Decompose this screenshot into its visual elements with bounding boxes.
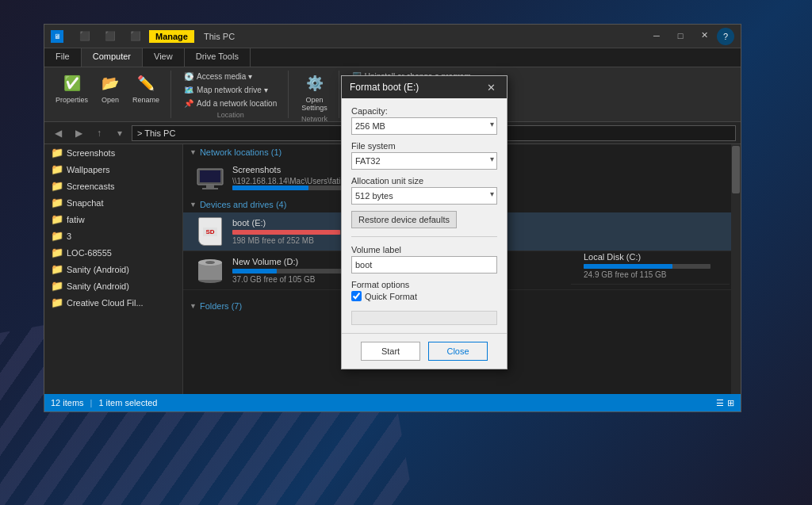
ribbon-tabs: File Computer View Drive Tools (44, 48, 741, 67)
drive-item-local-disk[interactable]: Local Disk (C:) 24.9 GB free of 115 GB (571, 247, 730, 285)
folder-icon: 📁 (51, 180, 63, 192)
selected-count: 1 item selected (98, 398, 157, 407)
quick-format-checkbox[interactable] (351, 291, 362, 301)
up-button[interactable]: ↑ (90, 125, 108, 141)
map-network-icon: 🗺️ (184, 86, 193, 94)
filesystem-select[interactable]: FAT32 (351, 152, 497, 170)
quick-format-row: Quick Format (351, 291, 497, 301)
progress-bar (351, 311, 497, 325)
quick-access-tab-1[interactable]: ⬛ (73, 29, 97, 43)
volume-label-input[interactable] (351, 256, 497, 274)
minimize-button[interactable]: ─ (645, 28, 668, 44)
folder-icon: 📁 (51, 197, 63, 209)
start-button[interactable]: Start (361, 342, 420, 361)
dialog-divider (351, 236, 497, 237)
manage-tab[interactable]: Manage (149, 30, 194, 43)
close-button[interactable]: ✕ (693, 28, 715, 44)
dialog-footer: Start Close (342, 333, 507, 369)
help-button[interactable]: ? (717, 28, 734, 45)
sidebar-item-creative-cloud[interactable]: 📁 Creative Cloud Fil... (44, 294, 182, 311)
sidebar-item-sanity2[interactable]: 📁 Sanity (Android) (44, 277, 182, 294)
window-icon: 🖥 (51, 30, 63, 43)
alloc-section: Allocation unit size 512 bytes (351, 176, 497, 205)
details-view-icon[interactable]: ☰ (716, 398, 724, 408)
folder-icon: 📁 (51, 147, 63, 159)
ribbon-item-open-settings[interactable]: ⚙️ OpenSettings (298, 71, 331, 113)
ribbon-item-open[interactable]: 📂 Open (94, 71, 126, 105)
sidebar-item-snapchat[interactable]: 📁 Snapchat (44, 194, 182, 211)
item-count: 12 items (51, 398, 84, 407)
recent-button[interactable]: ▾ (111, 125, 128, 141)
folder-icon: 📁 (51, 213, 63, 225)
ribbon-group-location: 💽 Access media ▾ 🗺️ Map network drive ▾ … (178, 71, 289, 118)
sidebar-item-fatiw[interactable]: 📁 fatiw (44, 211, 182, 228)
alloc-label: Allocation unit size (351, 176, 497, 186)
svg-rect-1 (200, 170, 220, 182)
chevron-icon: ▼ (190, 201, 197, 209)
filesystem-section: File system FAT32 (351, 141, 497, 170)
ribbon-item-rename[interactable]: ✏️ Rename (129, 71, 163, 105)
drive-icon-d (196, 256, 224, 285)
volume-label-section: Volume label (351, 245, 497, 274)
alloc-select[interactable]: 512 bytes (351, 187, 497, 205)
svg-point-7 (205, 261, 215, 264)
sidebar-item-sanity1[interactable]: 📁 Sanity (Android) (44, 261, 182, 277)
title-bar: 🖥 ⬛ ⬛ ⬛ Manage This PC ─ □ ✕ ? (44, 25, 741, 48)
dialog-title: Format boot (E:) (350, 82, 419, 93)
ribbon-item-add-network[interactable]: 📌 Add a network location (181, 98, 280, 109)
svg-rect-2 (206, 185, 214, 188)
maximize-button[interactable]: □ (669, 28, 691, 44)
restore-defaults-button[interactable]: Restore device defaults (351, 211, 457, 228)
filesystem-label: File system (351, 141, 497, 151)
chevron-icon: ▼ (190, 148, 197, 156)
settings-icon: ⚙️ (302, 72, 327, 94)
local-disk-info: Local Disk (C:) 24.9 GB free of 115 GB (584, 252, 717, 279)
folder-icon: 📁 (51, 163, 63, 175)
sidebar-item-screencasts[interactable]: 📁 Screencasts (44, 178, 182, 194)
ribbon-item-map-network[interactable]: 🗺️ Map network drive ▾ (181, 84, 270, 96)
ribbon-item-access-media[interactable]: 💽 Access media ▾ (181, 71, 255, 82)
forward-button[interactable]: ▶ (70, 125, 87, 141)
tab-computer[interactable]: Computer (82, 48, 143, 67)
capacity-select[interactable]: 256 MB (351, 117, 497, 135)
title-bar-left: 🖥 ⬛ ⬛ ⬛ Manage (51, 29, 194, 43)
quick-access-tab-2[interactable]: ⬛ (98, 29, 122, 43)
back-button[interactable]: ◀ (49, 125, 67, 141)
filesystem-select-wrap: FAT32 (351, 152, 497, 170)
properties-icon: ✅ (59, 72, 85, 94)
format-options-section: Format options Quick Format (351, 280, 497, 301)
tab-drive-tools[interactable]: Drive Tools (185, 48, 251, 67)
volume-label-label: Volume label (351, 245, 497, 254)
tab-view[interactable]: View (143, 48, 185, 67)
view-buttons: ☰ ⊞ (716, 398, 734, 408)
tab-file[interactable]: File (44, 48, 82, 67)
sidebar-item-3[interactable]: 📁 3 (44, 228, 182, 244)
sidebar-item-wallpapers[interactable]: 📁 Wallpapers (44, 161, 182, 178)
folder-icon: 📁 (51, 263, 63, 275)
close-button[interactable]: Close (428, 342, 488, 361)
dialog-close-x[interactable]: ✕ (483, 81, 499, 94)
tiles-view-icon[interactable]: ⊞ (727, 398, 734, 408)
alloc-select-wrap: 512 bytes (351, 187, 497, 205)
scrollbar[interactable] (731, 144, 741, 394)
folder-icon: 📁 (51, 296, 63, 308)
dialog-body: Capacity: 256 MB File system FAT32 Alloc… (342, 98, 507, 333)
ribbon-group-properties: ✅ Properties 📂 Open ✏️ Rename (49, 71, 171, 118)
capacity-section: Capacity: 256 MB (351, 106, 497, 135)
capacity-select-wrap: 256 MB (351, 117, 497, 135)
status-separator: | (90, 398, 93, 407)
quick-format-label: Quick Format (365, 292, 417, 301)
svg-rect-3 (202, 188, 218, 189)
format-options-label: Format options (351, 280, 497, 289)
capacity-label: Capacity: (351, 106, 497, 116)
window-title: This PC (204, 32, 235, 41)
dialog-title-bar: Format boot (E:) ✕ (342, 76, 507, 98)
folder-icon: 📁 (51, 247, 63, 258)
sidebar-item-loc[interactable]: 📁 LOC-68555 (44, 244, 182, 261)
rename-icon: ✏️ (133, 72, 159, 94)
format-dialog: Format boot (E:) ✕ Capacity: 256 MB File… (341, 75, 508, 369)
location-group-label: Location (217, 109, 244, 119)
ribbon-item-properties[interactable]: ✅ Properties (52, 71, 91, 105)
sidebar-item-screenshots[interactable]: 📁 Screenshots (44, 144, 182, 161)
quick-access-tab-3[interactable]: ⬛ (124, 29, 147, 43)
